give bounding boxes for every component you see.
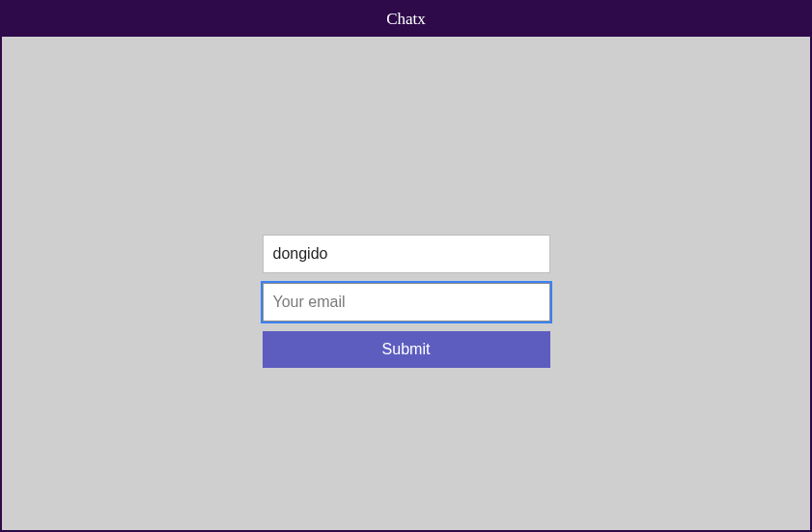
content-area: Submit xyxy=(4,39,808,528)
login-form: Submit xyxy=(263,235,550,368)
app-title: Chatx xyxy=(386,10,426,28)
submit-button[interactable]: Submit xyxy=(263,331,550,368)
email-input[interactable] xyxy=(263,283,550,322)
app-header: Chatx xyxy=(2,2,810,37)
app-window: Chatx Submit xyxy=(0,0,812,532)
name-input[interactable] xyxy=(263,235,550,273)
